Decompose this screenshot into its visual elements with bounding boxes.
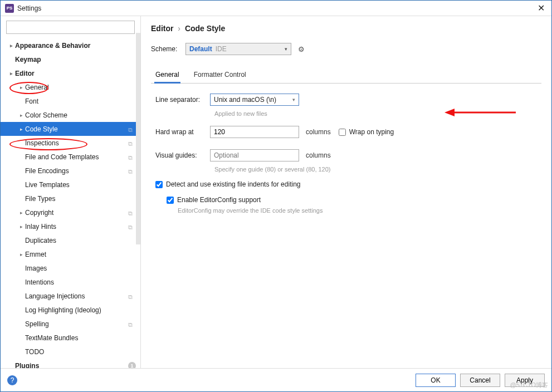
settings-tree: ▸Appearance & BehaviorKeymap▸Editor▸Gene… bbox=[1, 38, 140, 368]
sidebar-item-label: Emmet bbox=[25, 251, 140, 258]
sidebar: 🔍 ▸Appearance & BehaviorKeymap▸Editor▸Ge… bbox=[1, 16, 141, 368]
search-input[interactable] bbox=[6, 21, 135, 34]
sidebar-item-language-injections[interactable]: Language Injections bbox=[1, 289, 140, 303]
sidebar-item-textmate-bundles[interactable]: TextMate Bundles bbox=[1, 331, 140, 345]
breadcrumb-editor[interactable]: Editor bbox=[151, 24, 173, 33]
sidebar-item-label: Appearance & Behavior bbox=[15, 42, 140, 50]
sidebar-item-appearance-behavior[interactable]: ▸Appearance & Behavior bbox=[1, 38, 140, 52]
breadcrumb: Editor › Code Style bbox=[151, 24, 541, 33]
sidebar-item-duplicates[interactable]: Duplicates bbox=[1, 233, 140, 247]
sidebar-item-intentions[interactable]: Intentions bbox=[1, 275, 140, 289]
sidebar-item-label: Inspections bbox=[25, 139, 128, 147]
sidebar-item-plugins[interactable]: Plugins1 bbox=[1, 359, 140, 368]
chevron-down-icon: ▾ bbox=[285, 46, 287, 52]
sidebar-item-color-scheme[interactable]: ▸Color Scheme bbox=[1, 108, 140, 122]
sidebar-item-label: Plugins bbox=[15, 362, 128, 369]
sidebar-item-label: TODO bbox=[25, 348, 140, 356]
chevron-right-icon: ▸ bbox=[7, 71, 15, 76]
sidebar-item-label: TextMate Bundles bbox=[25, 334, 140, 342]
detect-indents-row[interactable]: Detect and use existing file indents for… bbox=[155, 180, 537, 188]
sidebar-item-label: Language Injections bbox=[25, 292, 128, 300]
gear-icon[interactable]: ⚙ bbox=[298, 45, 305, 53]
sidebar-item-file-types[interactable]: File Types bbox=[1, 192, 140, 205]
visual-guides-label: Visual guides: bbox=[155, 151, 210, 159]
sidebar-item-label: Spelling bbox=[25, 320, 128, 328]
hard-wrap-input[interactable] bbox=[210, 126, 299, 138]
sidebar-item-inlay-hints[interactable]: ▸Inlay Hints bbox=[1, 219, 140, 233]
sidebar-item-log-highlighting-ideolog-[interactable]: Log Highlighting (Ideolog) bbox=[1, 303, 140, 317]
sidebar-item-spelling[interactable]: Spelling bbox=[1, 317, 140, 331]
sidebar-item-label: Intentions bbox=[25, 278, 140, 286]
project-scope-icon bbox=[128, 223, 135, 230]
sidebar-item-label: File Encodings bbox=[25, 167, 128, 175]
project-scope-icon bbox=[128, 209, 135, 216]
close-icon[interactable]: ✕ bbox=[535, 3, 547, 13]
sidebar-item-editor[interactable]: ▸Editor bbox=[1, 66, 140, 80]
chevron-right-icon: ▸ bbox=[17, 126, 25, 132]
editorconfig-label: Enable EditorConfig support bbox=[177, 196, 261, 204]
sidebar-item-images[interactable]: Images bbox=[1, 261, 140, 275]
sidebar-item-code-style[interactable]: ▸Code Style bbox=[1, 122, 140, 136]
detect-indents-checkbox[interactable] bbox=[155, 181, 163, 188]
chevron-right-icon: ▸ bbox=[17, 210, 25, 215]
sidebar-item-label: Inlay Hints bbox=[25, 223, 128, 231]
visual-guides-input[interactable] bbox=[210, 149, 299, 161]
settings-window: PS Settings ✕ 🔍 ▸Appearance & BehaviorKe… bbox=[0, 0, 552, 392]
sidebar-item-label: Log Highlighting (Ideolog) bbox=[25, 306, 140, 314]
columns-label: columns bbox=[306, 128, 331, 136]
line-separator-select[interactable]: Unix and macOS (\n) ▾ bbox=[210, 94, 299, 106]
scrollbar-thumb[interactable] bbox=[136, 33, 140, 244]
breadcrumb-codestyle: Code Style bbox=[185, 24, 225, 33]
sidebar-item-live-templates[interactable]: Live Templates bbox=[1, 178, 140, 192]
badge: 1 bbox=[128, 362, 136, 369]
tab-general[interactable]: General bbox=[154, 67, 180, 84]
line-separator-value: Unix and macOS (\n) bbox=[214, 96, 276, 104]
chevron-right-icon: ▸ bbox=[17, 112, 25, 118]
sidebar-item-label: Images bbox=[25, 264, 140, 272]
sidebar-item-label: File and Code Templates bbox=[25, 153, 128, 161]
chevron-right-icon: ▸ bbox=[17, 252, 25, 257]
sidebar-item-label: Code Style bbox=[25, 125, 128, 133]
sidebar-item-label: Keymap bbox=[15, 56, 140, 63]
hard-wrap-label: Hard wrap at bbox=[155, 128, 210, 136]
project-scope-icon bbox=[128, 321, 135, 327]
sidebar-item-font[interactable]: Font bbox=[1, 94, 140, 108]
chevron-right-icon: › bbox=[178, 24, 180, 33]
editorconfig-row[interactable]: Enable EditorConfig support bbox=[167, 196, 537, 204]
chevron-right-icon: ▸ bbox=[17, 85, 25, 90]
app-icon: PS bbox=[5, 4, 14, 13]
project-scope-icon bbox=[128, 154, 135, 160]
scheme-value: Default bbox=[189, 45, 212, 53]
sidebar-item-file-encodings[interactable]: File Encodings bbox=[1, 164, 140, 178]
sidebar-item-copyright[interactable]: ▸Copyright bbox=[1, 205, 140, 219]
chevron-right-icon: ▸ bbox=[7, 43, 15, 48]
sidebar-item-label: Copyright bbox=[25, 209, 128, 217]
wrap-on-typing-row[interactable]: Wrap on typing bbox=[339, 128, 394, 136]
sidebar-item-keymap[interactable]: Keymap bbox=[1, 52, 140, 66]
editorconfig-hint: EditorConfig may override the IDE code s… bbox=[178, 207, 537, 214]
editorconfig-checkbox[interactable] bbox=[167, 197, 174, 204]
sidebar-item-todo[interactable]: TODO bbox=[1, 345, 140, 359]
sidebar-item-label: File Types bbox=[25, 195, 140, 203]
scheme-select[interactable]: Default IDE ▾ bbox=[185, 43, 291, 55]
line-separator-hint: Applied to new files bbox=[214, 110, 537, 117]
ok-button[interactable]: OK bbox=[416, 374, 456, 387]
apply-button[interactable]: Apply bbox=[505, 374, 545, 387]
project-scope-icon bbox=[128, 126, 135, 133]
detect-indents-label: Detect and use existing file indents for… bbox=[166, 180, 300, 188]
scheme-label: Scheme: bbox=[151, 45, 185, 53]
wrap-on-typing-checkbox[interactable] bbox=[339, 129, 346, 136]
titlebar: PS Settings ✕ bbox=[1, 1, 551, 16]
cancel-button[interactable]: Cancel bbox=[460, 374, 500, 387]
sidebar-item-general[interactable]: ▸General bbox=[1, 80, 140, 94]
help-icon[interactable]: ? bbox=[7, 375, 17, 385]
sidebar-item-inspections[interactable]: Inspections bbox=[1, 136, 140, 150]
sidebar-item-label: Font bbox=[25, 97, 140, 105]
sidebar-item-label: Color Scheme bbox=[25, 111, 140, 119]
tab-formatter-control[interactable]: Formatter Control bbox=[193, 67, 247, 83]
sidebar-item-file-and-code-templates[interactable]: File and Code Templates bbox=[1, 150, 140, 164]
tabstrip: General Formatter Control bbox=[151, 67, 541, 84]
window-title: Settings bbox=[17, 4, 41, 12]
columns-label-2: columns bbox=[306, 151, 331, 159]
sidebar-item-emmet[interactable]: ▸Emmet bbox=[1, 247, 140, 261]
